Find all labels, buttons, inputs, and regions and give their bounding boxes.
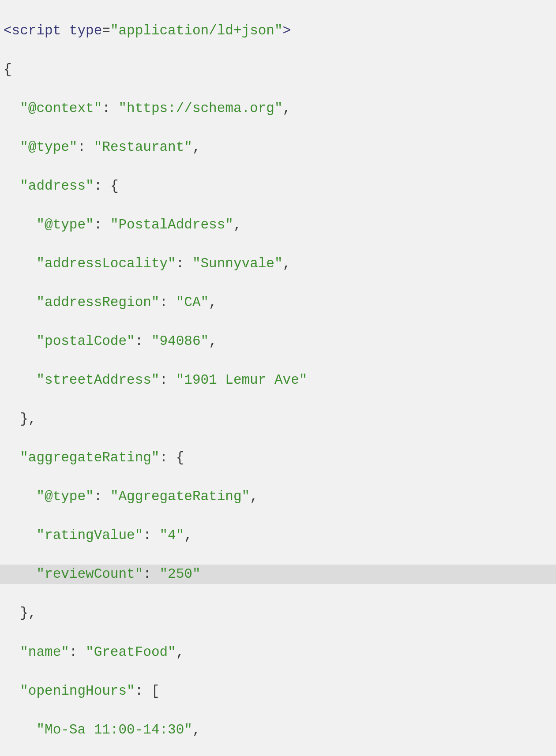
brace: { (176, 450, 184, 465)
brace: { (110, 178, 119, 194)
json-string: "AggregateRating" (110, 489, 250, 504)
json-key: "@context" (20, 101, 102, 116)
comma: , (250, 489, 258, 504)
code-line: "@context": "https://schema.org", (3, 99, 553, 118)
tag-name: script (12, 23, 61, 38)
colon: : (135, 333, 151, 349)
colon: : (102, 101, 118, 116)
json-string: "1901 Lemur Ave" (176, 372, 308, 388)
json-key: "address" (20, 178, 94, 194)
code-block: <script type="application/ld+json"> { "@… (0, 0, 556, 756)
json-key: "openingHours" (20, 683, 135, 699)
code-line: }, (3, 603, 553, 623)
comma: , (209, 333, 217, 349)
comma: , (283, 256, 291, 271)
json-string: "250" (159, 566, 200, 582)
attr-name: type (69, 23, 102, 38)
json-key: "reviewCount" (36, 566, 143, 582)
json-string: "Mo-Sa 11:00-14:30" (36, 722, 192, 737)
code-line: "@type": "Restaurant", (3, 138, 553, 157)
colon: : (94, 217, 110, 232)
json-key: "@type" (36, 217, 94, 232)
colon: : (143, 528, 159, 543)
json-string: "GreatFood" (86, 644, 176, 660)
comma: , (192, 139, 201, 155)
json-string: "Sunnyvale" (192, 256, 283, 271)
colon: : (159, 295, 176, 310)
json-key: "ratingValue" (36, 528, 143, 543)
code-line: "ratingValue": "4", (3, 526, 553, 545)
code-line: "aggregateRating": { (3, 448, 553, 468)
json-string: "4" (159, 528, 184, 543)
colon: : (159, 372, 176, 388)
colon: : (159, 450, 176, 465)
comma: , (283, 101, 291, 116)
colon: : (143, 566, 159, 582)
brace: { (4, 62, 12, 77)
bracket: [ (151, 683, 160, 699)
json-string: "https://schema.org" (118, 101, 282, 116)
colon: : (176, 256, 192, 271)
angle-open: < (4, 23, 12, 38)
json-key: "name" (20, 644, 69, 660)
code-line: "Mo-Sa 11:00-14:30", (3, 720, 553, 740)
code-line: "@type": "AggregateRating", (3, 487, 553, 506)
code-line: "postalCode": "94086", (3, 332, 553, 351)
code-line: "streetAddress": "1901 Lemur Ave" (3, 371, 553, 390)
comma: , (233, 217, 242, 232)
code-line-highlight: "reviewCount": "250" (0, 565, 556, 584)
code-line: { (3, 60, 553, 79)
comma: , (192, 722, 201, 737)
code-line: "addressLocality": "Sunnyvale", (3, 254, 553, 273)
colon: : (94, 489, 110, 504)
comma: , (184, 528, 192, 543)
json-key: "addressLocality" (36, 256, 176, 271)
code-line: <script type="application/ld+json"> (3, 21, 553, 41)
code-line: "openingHours": [ (3, 681, 553, 701)
colon: : (69, 644, 86, 660)
json-string: "CA" (176, 295, 209, 310)
json-key: "streetAddress" (36, 372, 159, 388)
code-line: "address": { (3, 176, 553, 196)
json-key: "@type" (20, 139, 77, 155)
json-key: "addressRegion" (36, 295, 159, 310)
json-string: "PostalAddress" (110, 217, 233, 232)
comma: , (176, 644, 184, 660)
brace-close: }, (20, 605, 36, 621)
attr-value: "application/ld+json" (110, 23, 283, 38)
brace-close: }, (20, 411, 36, 427)
json-string: "94086" (151, 333, 209, 349)
code-line: "addressRegion": "CA", (3, 293, 553, 312)
json-string: "Restaurant" (94, 139, 192, 155)
equals: = (102, 23, 110, 38)
code-line: }, (3, 409, 553, 429)
json-key: "postalCode" (36, 333, 135, 349)
colon: : (135, 683, 151, 699)
code-line: "@type": "PostalAddress", (3, 215, 553, 235)
json-key: "@type" (36, 489, 94, 504)
json-key: "aggregateRating" (20, 450, 159, 465)
colon: : (94, 178, 110, 194)
comma: , (209, 295, 217, 310)
angle-close: > (283, 23, 291, 38)
colon: : (77, 139, 94, 155)
code-line: "name": "GreatFood", (3, 643, 553, 662)
